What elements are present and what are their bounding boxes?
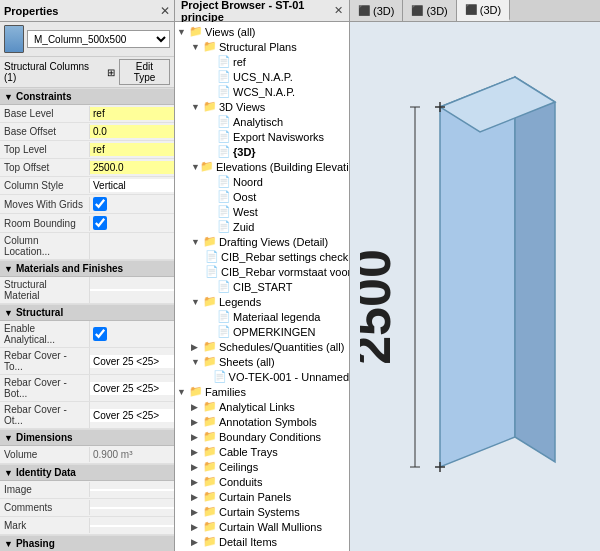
- section-materials[interactable]: ▼ Materials and Finishes: [0, 260, 174, 277]
- tree-label: Detail Items: [219, 536, 277, 548]
- top-offset-value[interactable]: 2500.0: [90, 161, 174, 174]
- room-bounding-checkbox[interactable]: [93, 216, 107, 230]
- tree-label: Analytical Links: [219, 401, 295, 413]
- file-icon: 📄: [217, 115, 231, 128]
- tree-item[interactable]: 📄CIB_Rebar vormstaat voorbee: [175, 264, 349, 279]
- tree-item[interactable]: 📄Zuid: [175, 219, 349, 234]
- file-icon: 📄: [217, 85, 231, 98]
- tab-3d-2[interactable]: ⬛ (3D): [403, 0, 456, 21]
- file-icon: 📄: [217, 175, 231, 188]
- tree-item[interactable]: 📄Materiaal legenda: [175, 309, 349, 324]
- close-icon[interactable]: ✕: [160, 4, 170, 18]
- prop-base-offset: Base Offset 0.0: [0, 123, 174, 141]
- tab-3d-1[interactable]: ⬛ (3D): [350, 0, 403, 21]
- tree-item[interactable]: 📄Noord: [175, 174, 349, 189]
- base-level-value[interactable]: ref: [90, 107, 174, 120]
- tree-item[interactable]: ▼📁Views (all): [175, 24, 349, 39]
- prop-top-offset: Top Offset 2500.0: [0, 159, 174, 177]
- comments-value[interactable]: [90, 507, 174, 509]
- tree-item[interactable]: ▶📁Conduits: [175, 474, 349, 489]
- tab-3d-3[interactable]: ⬛ (3D): [457, 0, 510, 21]
- mark-value[interactable]: [90, 525, 174, 527]
- view-area: ⬛ (3D) ⬛ (3D) ⬛ (3D): [350, 0, 600, 551]
- tree-item[interactable]: 📄CIB_Rebar settings checklist: [175, 249, 349, 264]
- tree-item[interactable]: 📄UCS_N.A.P.: [175, 69, 349, 84]
- tree-item[interactable]: 📄Oost: [175, 189, 349, 204]
- folder-icon: 📁: [203, 520, 217, 533]
- moves-grids-checkbox[interactable]: [93, 197, 107, 211]
- tree-item[interactable]: ▼📁Sheets (all): [175, 354, 349, 369]
- tree-item[interactable]: ▶📁Annotation Symbols: [175, 414, 349, 429]
- tree-item[interactable]: 📄WCS_N.A.P.: [175, 84, 349, 99]
- tree-item[interactable]: 📄West: [175, 204, 349, 219]
- section-structural[interactable]: ▼ Structural: [0, 304, 174, 321]
- section-dimensions[interactable]: ▼ Dimensions: [0, 429, 174, 446]
- tree-arrow: ▼: [177, 387, 189, 397]
- tree-item[interactable]: ▶📁Ceilings: [175, 459, 349, 474]
- tree-item[interactable]: ▶📁Schedules/Quantities (all): [175, 339, 349, 354]
- tree-item[interactable]: ▼📁3D Views: [175, 99, 349, 114]
- tree-item[interactable]: 📄Analytisch: [175, 114, 349, 129]
- rebar-bottom-value[interactable]: Cover 25 <25>: [90, 382, 174, 395]
- tree-arrow: ▼: [177, 27, 189, 37]
- file-icon: 📄: [217, 70, 231, 83]
- tree-label: Noord: [233, 176, 263, 188]
- section-identity[interactable]: ▼ Identity Data: [0, 464, 174, 481]
- tree-item[interactable]: ▶📁Curtain Wall Mullions: [175, 519, 349, 534]
- image-value[interactable]: [90, 489, 174, 491]
- tree-item[interactable]: ▼📁Structural Plans: [175, 39, 349, 54]
- tree-label: CIB_Rebar settings checklist: [221, 251, 349, 263]
- section-constraints[interactable]: ▼ Constraints: [0, 88, 174, 105]
- top-level-value[interactable]: ref: [90, 143, 174, 156]
- tree-item[interactable]: ▼📁Elevations (Building Elevation): [175, 159, 349, 174]
- tree-item[interactable]: ▶📁Boundary Conditions: [175, 429, 349, 444]
- arrow-icon: ▼: [4, 433, 13, 443]
- edit-type-button[interactable]: Edit Type: [119, 59, 170, 85]
- rebar-other-value[interactable]: Cover 25 <25>: [90, 409, 174, 422]
- column-style-value[interactable]: Vertical: [90, 179, 174, 192]
- folder-icon: 📁: [203, 475, 217, 488]
- arrow-icon: ▼: [4, 308, 13, 318]
- browser-close-icon[interactable]: ✕: [334, 4, 343, 17]
- tree-item[interactable]: 📄VO-TEK-001 - Unnamed: [175, 369, 349, 384]
- enable-analytical-checkbox[interactable]: [93, 327, 107, 341]
- prop-enable-analytical: Enable Analytical...: [0, 321, 174, 348]
- tree-item[interactable]: ▼📁Families: [175, 384, 349, 399]
- section-phasing[interactable]: ▼ Phasing: [0, 535, 174, 551]
- tree-item[interactable]: 📄CIB_START: [175, 279, 349, 294]
- tree-item[interactable]: ▶📁Analytical Links: [175, 399, 349, 414]
- prop-column-location: Column Location...: [0, 233, 174, 260]
- tree-arrow: ▶: [191, 342, 203, 352]
- tree-arrow: ▶: [191, 462, 203, 472]
- tree-arrow: ▼: [191, 237, 203, 247]
- tree-label: Export Navisworks: [233, 131, 324, 143]
- tree-label: ref: [233, 56, 246, 68]
- tree-label: Structural Plans: [219, 41, 297, 53]
- tree-item[interactable]: 📄Export Navisworks: [175, 129, 349, 144]
- prop-mark: Mark: [0, 517, 174, 535]
- tree-item[interactable]: ▼📁Drafting Views (Detail): [175, 234, 349, 249]
- tree-arrow: ▼: [191, 357, 203, 367]
- tree-arrow: ▶: [191, 537, 203, 547]
- tree-item[interactable]: ▶📁Detail Items: [175, 534, 349, 549]
- tree-label: Zuid: [233, 221, 254, 233]
- tree-arrow: ▶: [191, 492, 203, 502]
- tree-item[interactable]: ▶📁Curtain Panels: [175, 489, 349, 504]
- prop-rebar-other: Rebar Cover - Ot... Cover 25 <25>: [0, 402, 174, 429]
- tree-item[interactable]: 📄ref: [175, 54, 349, 69]
- tree-label: Families: [205, 386, 246, 398]
- folder-icon: 📁: [203, 400, 217, 413]
- tree-item[interactable]: 📄OPMERKINGEN: [175, 324, 349, 339]
- structural-material-value[interactable]: [90, 289, 174, 291]
- tree-item[interactable]: ▶📁Curtain Systems: [175, 504, 349, 519]
- tree-item[interactable]: ▶📁Cable Trays: [175, 444, 349, 459]
- tree-label: Legends: [219, 296, 261, 308]
- element-type-dropdown[interactable]: M_Column_500x500: [27, 30, 170, 48]
- base-offset-value[interactable]: 0.0: [90, 125, 174, 138]
- tree-label: Schedules/Quantities (all): [219, 341, 344, 353]
- rebar-top-value[interactable]: Cover 25 <25>: [90, 355, 174, 368]
- prop-comments: Comments: [0, 499, 174, 517]
- tree-item[interactable]: 📄{3D}: [175, 144, 349, 159]
- tree-label: VO-TEK-001 - Unnamed: [229, 371, 349, 383]
- tree-item[interactable]: ▼📁Legends: [175, 294, 349, 309]
